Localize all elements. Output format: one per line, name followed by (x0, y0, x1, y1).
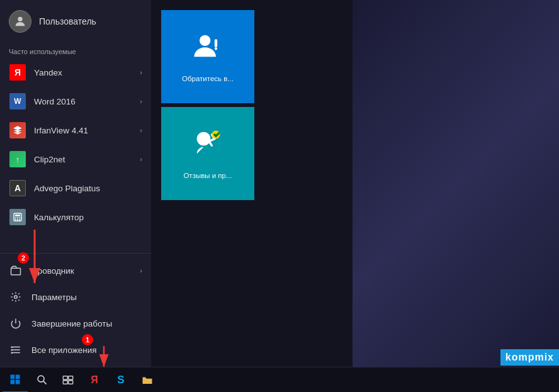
svg-rect-34 (69, 380, 73, 384)
svg-rect-17 (11, 352, 13, 354)
taskbar: Я S (0, 367, 559, 392)
app-item-advego[interactable]: A Advego Plagiatus (0, 174, 151, 203)
settings-icon (9, 290, 23, 304)
chevron-icon: › (140, 155, 142, 163)
start-menu: Пользователь Часто используемые Я Yandex… (0, 0, 353, 367)
tiles-grid: Обратитесь в... Отзывы и пр... (161, 10, 342, 200)
app-label-yandex: Yandex (34, 68, 62, 77)
svg-rect-31 (63, 376, 67, 379)
desktop-background (353, 0, 559, 367)
yandex-taskbar-icon: Я (91, 374, 98, 386)
svg-point-19 (197, 132, 211, 146)
svg-rect-15 (11, 347, 13, 348)
user-avatar (9, 10, 31, 33)
svg-point-10 (14, 296, 18, 299)
clip2net-icon: ↑ (9, 150, 26, 168)
task-view-button[interactable] (55, 367, 81, 393)
badge-2: 2 (18, 252, 29, 264)
svg-rect-33 (63, 380, 67, 384)
app-item-irfanview[interactable]: IrfanView 4.41 › (0, 116, 151, 145)
badge-1: 1 (82, 334, 93, 345)
bottom-nav: 2 Проводник › (0, 253, 151, 367)
search-button[interactable] (29, 367, 54, 393)
svg-line-30 (43, 381, 46, 384)
power-icon (9, 316, 23, 330)
chevron-icon: › (140, 267, 142, 274)
svg-point-4 (17, 217, 18, 218)
svg-point-18 (200, 35, 210, 46)
app-label-irfanview: IrfanView 4.41 (34, 126, 88, 135)
app-item-word2016[interactable]: W Word 2016 › (0, 87, 151, 116)
app-list: Я Yandex › W Word 2016 › (0, 58, 151, 253)
svg-rect-32 (69, 376, 73, 379)
svg-rect-9 (11, 268, 21, 275)
explorer-icon (9, 264, 23, 277)
svg-rect-28 (16, 379, 20, 384)
yandex-icon: Я (9, 64, 26, 81)
svg-rect-16 (11, 349, 13, 350)
app-item-yandex[interactable]: Я Yandex › (0, 58, 151, 87)
taskbar-skype[interactable]: S (108, 367, 133, 393)
app-label-calculator: Калькулятор (34, 213, 84, 222)
chevron-icon: › (140, 98, 142, 105)
app-label-word2016: Word 2016 (34, 97, 76, 106)
app-item-calculator[interactable]: Калькулятор (0, 203, 151, 232)
nav-label-settings: Параметры (31, 293, 77, 302)
contact-tile-icon (191, 30, 224, 69)
svg-point-3 (15, 217, 16, 218)
skype-taskbar-icon: S (117, 374, 124, 386)
tiles-panel: Обратитесь в... Отзывы и пр... (151, 0, 353, 367)
nav-label-explorer: Проводник (31, 266, 74, 276)
calculator-icon (9, 208, 26, 226)
all-apps-icon (9, 343, 23, 357)
nav-item-power[interactable]: Завершение работы (0, 310, 151, 337)
nav-label-all-apps: Все приложения (31, 345, 97, 355)
svg-rect-25 (11, 374, 15, 379)
advego-icon: A (9, 179, 26, 197)
user-section[interactable]: Пользователь (0, 0, 151, 43)
word-icon: W (9, 92, 26, 110)
nav-item-all-apps[interactable]: 1 Все приложения (0, 337, 151, 363)
start-button[interactable] (3, 367, 28, 393)
chevron-icon: › (140, 126, 142, 134)
taskbar-explorer[interactable] (135, 367, 160, 393)
irfanview-icon (9, 121, 26, 139)
feedback-tile-icon (191, 126, 224, 166)
taskbar-yandex-browser[interactable]: Я (82, 367, 107, 393)
svg-rect-26 (16, 374, 20, 379)
svg-point-6 (15, 219, 16, 220)
desktop: Пользователь Часто используемые Я Yandex… (0, 0, 559, 392)
tile-contact-label: Обратитесь в... (182, 74, 234, 84)
svg-point-29 (38, 376, 44, 382)
svg-point-8 (19, 219, 20, 220)
app-item-clip2net[interactable]: ↑ Clip2net › (0, 145, 151, 174)
tile-feedback[interactable]: Отзывы и пр... (161, 107, 254, 200)
svg-point-0 (18, 17, 22, 21)
frequently-used-label: Часто используемые (0, 43, 151, 58)
tile-feedback-label: Отзывы и пр... (183, 171, 232, 181)
app-label-advego: Advego Plagiatus (34, 184, 100, 193)
watermark: kompmix (500, 349, 559, 366)
svg-rect-2 (15, 215, 20, 216)
svg-rect-27 (11, 379, 15, 384)
user-name: Пользователь (39, 16, 96, 26)
left-panel: Пользователь Часто используемые Я Yandex… (0, 0, 151, 367)
tile-contact[interactable]: Обратитесь в... (161, 10, 254, 103)
nav-label-power: Завершение работы (31, 319, 112, 328)
svg-point-5 (19, 217, 20, 218)
nav-item-settings[interactable]: Параметры (0, 284, 151, 310)
nav-item-explorer[interactable]: 2 Проводник › (0, 257, 151, 284)
app-label-clip2net: Clip2net (34, 155, 65, 164)
chevron-icon: › (140, 69, 142, 76)
svg-point-7 (17, 219, 18, 220)
